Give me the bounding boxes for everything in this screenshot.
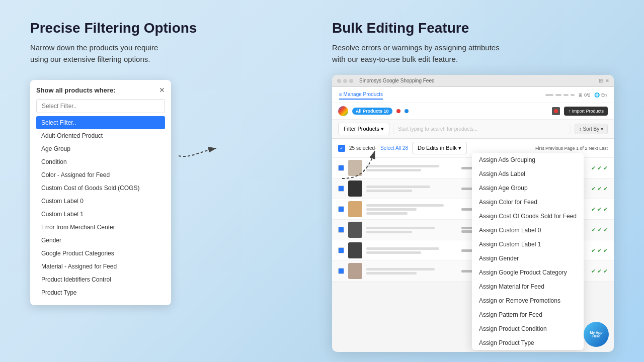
bulk-option-color[interactable]: Assign Color for Feed <box>472 195 584 209</box>
green-check: ✔ <box>597 268 602 275</box>
bulk-option-gpc[interactable]: Assign Google Product Category <box>472 265 584 280</box>
green-check: ✔ <box>591 227 596 233</box>
app-mockup: Sinprosys Google Shopping Feed ⊞ ≡ ≡ Man… <box>332 75 614 352</box>
filter-option-error[interactable]: Error from Merchant Center <box>36 221 165 234</box>
status-indicators: ✔ ✔ ✔ <box>591 206 608 213</box>
green-check: ✔ <box>591 186 596 192</box>
status-indicators: ✔ ✔ ✔ <box>591 186 608 192</box>
bulk-option-cl1[interactable]: Assign Custom Label 1 <box>472 237 584 251</box>
app-title: Sinprosys Google Shopping Feed <box>359 78 435 83</box>
product-thumb <box>348 242 362 258</box>
green-check: ✔ <box>597 227 602 233</box>
product-info <box>366 268 457 275</box>
right-title: Bulk Editing Feature <box>332 20 614 36</box>
main-container: Precise Filtering Options Narrow down th… <box>0 0 644 362</box>
all-products-badge[interactable]: All Products 10 <box>352 108 392 115</box>
green-check: ✔ <box>597 186 602 192</box>
green-check: ✔ <box>591 206 596 213</box>
filter-option-condition[interactable]: Condition <box>36 155 165 168</box>
filter-option-ptype[interactable]: Product Type <box>36 286 165 299</box>
filter-option-cl1[interactable]: Custom Label 1 <box>36 208 165 221</box>
filter-option-gpc[interactable]: Google Product Categories <box>36 247 165 260</box>
left-section: Precise Filtering Options Narrow down th… <box>30 20 312 352</box>
app-nav: ≡ Manage Products ⊞ 0/2 🌐 En <box>332 87 614 103</box>
bulk-option-gender[interactable]: Assign Gender <box>472 251 584 265</box>
select-all-checkbox[interactable]: ✓ <box>338 145 345 152</box>
selected-count: 25 selected· <box>349 145 376 151</box>
bulk-option-material[interactable]: Assign Material for Feed <box>472 280 584 294</box>
import-btn[interactable]: ↑ Import Products <box>564 107 608 116</box>
product-line <box>366 165 439 167</box>
filter-option-material[interactable]: Material - Assigned for Feed <box>36 260 165 273</box>
status-dot-red <box>396 109 400 113</box>
bulk-option-age-group[interactable]: Assign Age Group <box>472 181 584 195</box>
filter-option-adult[interactable]: Adult-Oriented Product <box>36 129 165 142</box>
filter-option-cl0[interactable]: Custom Label 0 <box>36 195 165 208</box>
titlebar-icon-1: ⊞ <box>599 78 603 83</box>
watermark: My AppHere <box>584 322 609 347</box>
row-checkbox[interactable] <box>338 268 344 274</box>
status-indicators: ✔ ✔ ✔ <box>591 268 608 275</box>
filter-option-gender[interactable]: Gender <box>36 234 165 247</box>
search-field[interactable]: Start typing to search for products... <box>393 124 571 134</box>
green-check: ✔ <box>591 268 596 275</box>
dot-red <box>337 79 341 83</box>
row-checkbox[interactable] <box>338 186 344 192</box>
bulk-option-cogs[interactable]: Assign Cost Of Goods Sold for Feed <box>472 209 584 223</box>
sort-by-button[interactable]: ↕ Sort By ▾ <box>575 124 608 134</box>
bulk-option-condition[interactable]: Assign Product Condition <box>472 322 584 336</box>
filter-option-pid[interactable]: Product Idebtifiers Control <box>36 273 165 286</box>
bulk-option-promotions[interactable]: Assign or Remove Promotions <box>472 294 584 308</box>
filter-option-color[interactable]: Color - Assigned for Feed <box>36 168 165 182</box>
green-check: ✔ <box>603 165 608 171</box>
filter-option-selected[interactable]: Select Filter.. <box>36 116 165 129</box>
filter-close-icon[interactable]: ✕ <box>159 86 165 94</box>
product-thumb <box>348 180 362 197</box>
product-info <box>366 186 457 192</box>
row-checkbox[interactable] <box>338 206 344 212</box>
filter-option-cogs[interactable]: Custom Cost of Goods Sold (COGS) <box>36 182 165 195</box>
filter-modal-title: Show all products where: <box>36 86 115 94</box>
row-checkbox[interactable] <box>338 247 344 253</box>
green-check: ✔ <box>597 247 602 254</box>
bulk-option-ads-grouping[interactable]: Assign Ads Grouping <box>472 153 584 167</box>
bulk-option-pattern[interactable]: Assign Pattern for Feed <box>472 308 584 322</box>
product-line <box>366 169 421 171</box>
status-dot-red2 <box>552 107 560 115</box>
bulk-option-ptype[interactable]: Assign Product Type <box>472 336 584 350</box>
app-toolbar: All Products 10 ↑ Import Products <box>332 103 614 120</box>
right-desc: Resolve errors or warnings by assigning … <box>332 42 614 65</box>
nav-page-count: ⊞ 0/2 <box>579 93 590 98</box>
titlebar-dots <box>337 79 353 83</box>
green-check: ✔ <box>603 206 608 213</box>
green-check: ✔ <box>597 165 602 171</box>
app-filter-toolbar: Filter Products ▾ Start typing to search… <box>332 120 614 139</box>
left-title: Precise Filtering Options <box>30 20 312 36</box>
product-thumb <box>348 263 362 279</box>
filter-search-input[interactable] <box>36 99 165 113</box>
left-desc: Narrow down the products you require usi… <box>30 42 312 65</box>
select-all-link[interactable]: Select All 28 <box>380 145 408 151</box>
green-check: ✔ <box>603 227 608 233</box>
do-edits-button[interactable]: Do Edits in Bulk ▾ <box>412 142 467 154</box>
bulk-option-cl0[interactable]: Assign Custom Label 0 <box>472 223 584 237</box>
row-checkbox[interactable] <box>338 165 344 171</box>
google-logo <box>338 106 348 116</box>
status-indicators: ✔ ✔ ✔ <box>591 165 608 171</box>
green-check: ✔ <box>591 165 596 171</box>
row-checkbox[interactable] <box>338 227 344 233</box>
green-check: ✔ <box>597 206 602 213</box>
filter-products-button[interactable]: Filter Products ▾ <box>338 123 389 135</box>
app-titlebar: Sinprosys Google Shopping Feed ⊞ ≡ <box>332 75 614 87</box>
dot-yellow <box>343 79 347 83</box>
titlebar-right: ⊞ ≡ <box>599 78 609 83</box>
product-info <box>366 247 457 254</box>
product-info <box>366 204 457 215</box>
nav-manage-products[interactable]: ≡ Manage Products <box>339 90 383 100</box>
filter-option-age[interactable]: Age Group <box>36 142 165 155</box>
nav-lang: 🌐 En <box>594 93 607 98</box>
bulk-option-ads-label[interactable]: Assign Ads Label <box>472 167 584 181</box>
titlebar-icon-2: ≡ <box>606 78 609 83</box>
filter-modal-header: Show all products where: ✕ <box>36 86 165 94</box>
status-indicators: ✔ ✔ ✔ <box>591 247 608 254</box>
